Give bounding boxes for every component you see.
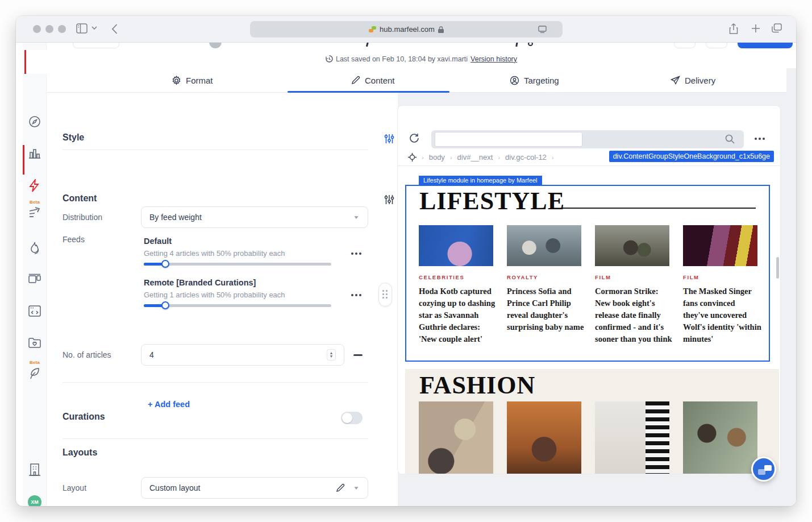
dom-node[interactable]: div#__next — [457, 153, 493, 161]
element-picker-icon[interactable] — [408, 153, 417, 161]
clipped-title-fragment — [528, 43, 533, 46]
feed-more-options-icon[interactable] — [351, 252, 361, 255]
article-category[interactable]: ROYALTY — [507, 274, 586, 280]
dom-node[interactable]: body — [429, 153, 445, 161]
traffic-light-minimize[interactable] — [45, 25, 53, 33]
traffic-light-zoom[interactable] — [58, 25, 66, 33]
module-selection-label: Lifestyle module in homepage by Marfeel — [419, 176, 542, 185]
add-feed-button[interactable]: + Add feed — [148, 400, 190, 409]
rail-item-layouts[interactable] — [23, 274, 47, 285]
article-category[interactable]: FILM — [683, 274, 763, 280]
article-headline[interactable]: Hoda Kotb captured cozying up to dashing… — [419, 285, 497, 345]
rail-item-analytics[interactable] — [23, 147, 47, 159]
new-tab-icon[interactable] — [751, 24, 760, 33]
clipped-icon-button[interactable] — [706, 43, 727, 48]
article-headline[interactable]: Princess Sofia and Prince Carl Philip re… — [507, 285, 585, 333]
curations-toggle[interactable] — [341, 412, 363, 424]
articles-count-input[interactable]: 4 ▲▼ — [141, 344, 344, 366]
clipped-icon-button[interactable] — [674, 43, 696, 48]
marfeel-assistant-button[interactable] — [751, 457, 776, 482]
tab-label: Format — [186, 76, 213, 85]
editor-tabs: Format Content Targeting Delivery — [47, 68, 786, 93]
section-divider — [63, 382, 368, 383]
rail-item-growth[interactable] — [23, 206, 47, 218]
tab-label: Content — [365, 76, 395, 85]
feed-name: Remote [Branded Curations] — [144, 278, 256, 287]
preview-scrollbar[interactable] — [776, 257, 779, 279]
feed-more-options-icon[interactable] — [351, 294, 361, 296]
article-image[interactable] — [507, 401, 581, 474]
article-image[interactable] — [683, 401, 757, 474]
article-headline[interactable]: Cormoran Strike: New book eight's releas… — [595, 285, 673, 345]
article-headline[interactable]: The Masked Singer fans convinced they've… — [683, 285, 761, 345]
breadcrumb-chevron: › — [498, 154, 500, 161]
url-bar[interactable]: hub.marfeel.com — [250, 21, 563, 38]
tab-targeting[interactable]: Targeting — [510, 68, 559, 92]
traffic-light-close[interactable] — [33, 25, 41, 33]
article-image[interactable] — [507, 225, 581, 266]
sidebar-toggle-icon[interactable] — [76, 23, 88, 34]
number-stepper[interactable]: ▲▼ — [327, 349, 336, 361]
tab-delivery[interactable]: Delivery — [671, 68, 715, 92]
edit-layout-icon[interactable] — [336, 483, 345, 492]
rail-item-organization[interactable] — [23, 463, 47, 476]
content-settings-icon[interactable] — [384, 194, 394, 205]
clipped-button[interactable] — [73, 43, 119, 48]
search-input[interactable] — [435, 132, 582, 147]
rail-item-compass[interactable] — [23, 115, 47, 128]
article-image[interactable] — [419, 225, 493, 266]
rail-item-trends[interactable] — [23, 242, 47, 254]
content-section-title: Content — [63, 193, 97, 204]
remove-row-button[interactable] — [353, 354, 363, 356]
rail-item-eco[interactable] — [23, 367, 47, 379]
back-icon[interactable] — [111, 24, 118, 34]
user-avatar: XM — [28, 495, 41, 506]
article-image[interactable] — [683, 225, 757, 266]
article-image[interactable] — [419, 401, 493, 474]
style-settings-icon[interactable] — [384, 134, 394, 144]
layout-value: Custom layout — [149, 483, 200, 492]
slider-thumb[interactable] — [161, 260, 169, 268]
share-icon[interactable] — [729, 23, 738, 34]
panel-resize-handle[interactable] — [378, 283, 392, 306]
article-image[interactable] — [595, 401, 669, 474]
article-image[interactable] — [595, 225, 669, 266]
last-saved-text: Last saved on Feb 10, 18:04 by xavi.mart… — [336, 55, 468, 63]
version-history-link[interactable]: Version history — [470, 55, 517, 63]
audience-icon — [510, 76, 519, 85]
slider-thumb[interactable] — [161, 301, 169, 309]
chevron-down-icon[interactable] — [91, 26, 97, 30]
rail-item-profile[interactable]: XM — [23, 495, 47, 506]
article-category[interactable]: CELEBRITIES — [419, 274, 498, 280]
publish-button-clipped[interactable] — [738, 43, 793, 48]
feed-weight-slider[interactable] — [144, 263, 331, 266]
tab-overview-icon[interactable] — [772, 23, 782, 33]
search-icon[interactable] — [725, 134, 735, 144]
reader-mode-icon[interactable] — [538, 26, 547, 33]
preview-more-options-icon[interactable] — [755, 138, 765, 140]
tab-format[interactable]: Format — [172, 68, 213, 92]
leaf-icon — [29, 367, 40, 379]
breadcrumb-chevron: › — [450, 154, 452, 161]
lightning-icon — [29, 179, 40, 193]
distribution-select[interactable]: By feed weight ▼ — [141, 206, 368, 228]
feed-description: Getting 1 articles with 50% probability … — [144, 291, 285, 299]
layout-select[interactable]: Custom layout ▼ — [141, 477, 368, 499]
reload-preview-icon[interactable] — [409, 133, 419, 143]
site-preview-viewport: Lifestyle module in homepage by Marfeel … — [398, 166, 780, 474]
dom-node[interactable]: div.gc-col-12 — [505, 153, 547, 161]
rail-item-collections[interactable] — [23, 337, 47, 348]
tab-content[interactable]: Content — [351, 68, 395, 92]
clipped-title-fragment — [366, 43, 369, 47]
marfeel-favicon — [369, 26, 376, 33]
dom-node-selected[interactable]: div.ContentGroupStyleOneBackground_c1x5u… — [609, 151, 774, 162]
element-search-bar[interactable] — [431, 130, 744, 148]
articles-count-label: No. of articles — [63, 350, 111, 359]
article-category[interactable]: FILM — [595, 274, 674, 280]
fashion-section-title: FASHION — [419, 371, 535, 400]
rail-item-automations[interactable] — [23, 179, 47, 193]
rail-logo-clipped[interactable] — [24, 50, 47, 74]
feed-weight-slider[interactable] — [144, 304, 331, 307]
rail-item-site[interactable] — [23, 305, 47, 317]
layouts-section-title: Layouts — [63, 448, 97, 458]
